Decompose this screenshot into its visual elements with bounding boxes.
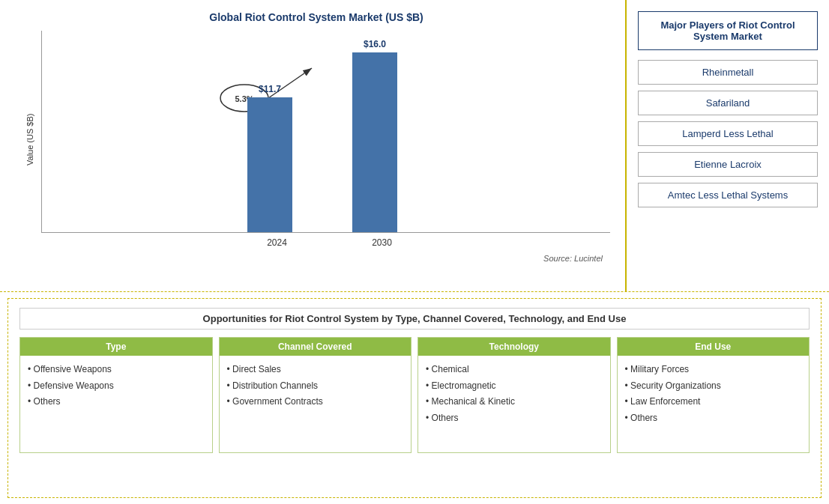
tech-item-3: Mechanical & Kinetic: [426, 394, 603, 410]
tech-item-1: Chemical: [426, 362, 603, 378]
x-label-2030: 2030: [360, 237, 405, 248]
chart-area: Global Riot Control System Market (US $B…: [0, 0, 627, 291]
category-technology-header: Technology: [418, 338, 610, 356]
tech-item-4: Others: [426, 410, 603, 427]
channel-item-2: Distribution Channels: [227, 378, 404, 395]
categories-row: Type Offensive Weapons Defensive Weapons…: [19, 337, 810, 453]
bar-value-2024: $11.7: [259, 84, 281, 94]
channel-item-3: Government Contracts: [227, 394, 404, 410]
category-channel-items: Direct Sales Distribution Channels Gover…: [220, 356, 412, 416]
source-text: Source: Lucintel: [22, 254, 610, 263]
category-enduse-header: End Use: [618, 338, 810, 356]
category-technology: Technology Chemical Electromagnetic Mech…: [417, 337, 611, 453]
enduse-item-2: Security Organizations: [625, 378, 802, 395]
x-axis-labels: 2024 2030: [41, 237, 610, 248]
player-lamperd: Lamperd Less Lethal: [638, 121, 818, 146]
chart-body: 5.3% $11.7: [41, 31, 610, 248]
bar-group-2030: $16.0: [352, 39, 397, 232]
player-etienne: Etienne Lacroix: [638, 152, 818, 177]
category-technology-items: Chemical Electromagnetic Mechanical & Ki…: [418, 356, 610, 432]
player-rheinmetall: Rheinmetall: [638, 60, 818, 85]
enduse-item-3: Law Enforcement: [625, 394, 802, 410]
cagr-arrow-svg: 5.3%: [42, 31, 610, 232]
category-type-header: Type: [20, 338, 212, 356]
player-amtec: Amtec Less Lethal Systems: [638, 183, 818, 207]
category-channel: Channel Covered Direct Sales Distributio…: [219, 337, 412, 453]
players-title: Major Players of Riot Control System Mar…: [638, 11, 818, 50]
bar-value-2030: $16.0: [364, 39, 386, 49]
top-section: Global Riot Control System Market (US $B…: [0, 0, 829, 292]
chart-title: Global Riot Control System Market (US $B…: [22, 11, 610, 23]
bar-2030: [352, 52, 397, 232]
players-panel: Major Players of Riot Control System Mar…: [627, 0, 829, 291]
category-channel-header: Channel Covered: [220, 338, 412, 356]
type-item-3: Others: [28, 394, 205, 410]
main-container: Global Riot Control System Market (US $B…: [0, 0, 829, 504]
channel-item-1: Direct Sales: [227, 362, 404, 378]
y-axis-label: Value (US $B): [22, 31, 37, 248]
category-enduse-items: Military Forces Security Organizations L…: [618, 356, 810, 432]
bar-2024: [247, 97, 292, 232]
player-safariland: Safariland: [638, 91, 818, 115]
category-type-items: Offensive Weapons Defensive Weapons Othe…: [20, 356, 212, 416]
enduse-item-1: Military Forces: [625, 362, 802, 378]
type-item-2: Defensive Weapons: [28, 378, 205, 395]
bottom-section: Opportunities for Riot Control System by…: [7, 298, 822, 498]
opportunities-title: Opportunities for Riot Control System by…: [19, 308, 810, 330]
tech-item-2: Electromagnetic: [426, 378, 603, 395]
bars-container: 5.3% $11.7: [41, 31, 610, 233]
enduse-item-4: Others: [625, 410, 802, 427]
category-enduse: End Use Military Forces Security Organiz…: [617, 337, 810, 453]
x-label-2024: 2024: [255, 237, 300, 248]
bar-group-2024: $11.7: [247, 84, 292, 232]
chart-inner: Value (US $B) 5.3%: [22, 31, 610, 248]
type-item-1: Offensive Weapons: [28, 362, 205, 378]
category-type: Type Offensive Weapons Defensive Weapons…: [19, 337, 213, 453]
